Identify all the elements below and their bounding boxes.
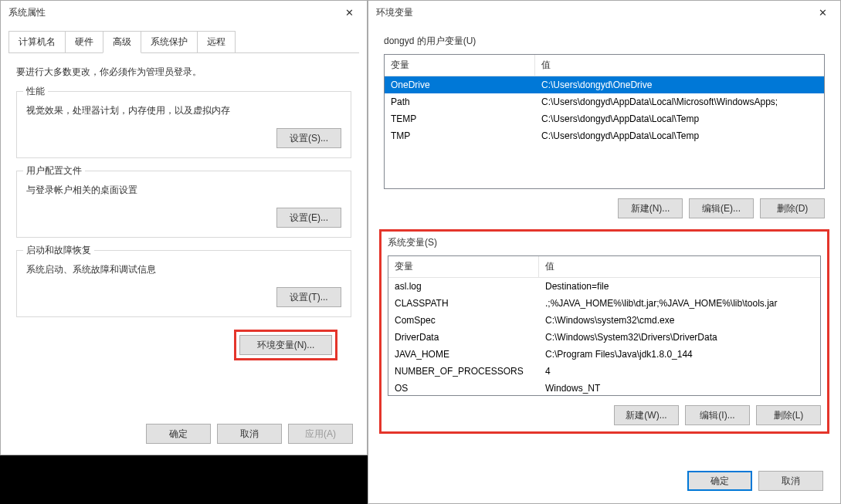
- user-delete-button[interactable]: 删除(D): [760, 198, 825, 218]
- tab-advanced[interactable]: 高级: [103, 31, 141, 53]
- cell-value: C:\Windows\system32\cmd.exe: [539, 314, 820, 326]
- dialog-title: 环境变量: [376, 6, 413, 19]
- user-variables-label: dongyd 的用户变量(U): [384, 35, 825, 48]
- sys-edit-button[interactable]: 编辑(I)...: [685, 405, 750, 425]
- sys-new-button[interactable]: 新建(W)...: [614, 405, 679, 425]
- cell-value: C:\Users\dongyd\AppData\Local\Temp: [535, 113, 824, 125]
- user-profiles-fieldset: 用户配置文件 与登录帐户相关的桌面设置 设置(E)...: [16, 171, 351, 238]
- list-item[interactable]: JAVA_HOMEC:\Program Files\Java\jdk1.8.0_…: [388, 346, 820, 363]
- cell-value: C:\Program Files\Java\jdk1.8.0_144: [539, 348, 820, 360]
- performance-settings-button[interactable]: 设置(S)...: [276, 128, 341, 148]
- startup-fieldset: 启动和故障恢复 系统启动、系统故障和调试信息 设置(T)...: [16, 250, 351, 317]
- cell-variable: DriverData: [388, 331, 539, 343]
- close-icon[interactable]: ✕: [805, 2, 840, 23]
- close-icon[interactable]: ✕: [332, 2, 367, 23]
- cell-variable: TMP: [385, 130, 535, 142]
- user-profiles-legend: 用户配置文件: [23, 164, 85, 178]
- dialog-buttons: 确定 取消 应用(A): [1, 416, 367, 452]
- list-header: 变量 值: [385, 55, 824, 76]
- performance-text: 视觉效果，处理器计划，内存使用，以及虚拟内存: [26, 104, 341, 117]
- cell-variable: OS: [388, 382, 539, 394]
- ok-button[interactable]: 确定: [146, 424, 211, 444]
- cell-value: Destination=file: [539, 280, 820, 293]
- tab-hardware[interactable]: 硬件: [65, 31, 103, 53]
- apply-button[interactable]: 应用(A): [288, 424, 353, 444]
- dialog-buttons: 确定 取消: [670, 462, 840, 500]
- tab-panel-advanced: 要进行大多数更改，你必须作为管理员登录。 性能 视觉效果，处理器计划，内存使用，…: [1, 53, 367, 373]
- cell-variable: NUMBER_OF_PROCESSORS: [388, 365, 539, 377]
- tab-remote[interactable]: 远程: [197, 31, 236, 53]
- performance-fieldset: 性能 视觉效果，处理器计划，内存使用，以及虚拟内存 设置(S)...: [16, 91, 351, 158]
- list-item[interactable]: PathC:\Users\dongyd\AppData\Local\Micros…: [385, 93, 824, 110]
- user-profiles-text: 与登录帐户相关的桌面设置: [26, 184, 341, 197]
- list-item[interactable]: DriverDataC:\Windows\System32\Drivers\Dr…: [388, 329, 820, 346]
- list-item[interactable]: OSWindows_NT: [388, 380, 820, 395]
- performance-legend: 性能: [23, 85, 48, 98]
- list-header: 变量 值: [388, 256, 820, 278]
- cell-variable: ComSpec: [388, 314, 539, 326]
- list-item[interactable]: TEMPC:\Users\dongyd\AppData\Local\Temp: [385, 110, 824, 127]
- col-variable[interactable]: 变量: [385, 55, 535, 76]
- startup-legend: 启动和故障恢复: [23, 244, 94, 257]
- system-properties-dialog: 系统属性 ✕ 计算机名 硬件 高级 系统保护 远程 要进行大多数更改，你必须作为…: [0, 0, 368, 455]
- list-item[interactable]: OneDriveC:\Users\dongyd\OneDrive: [385, 76, 824, 93]
- environment-variables-dialog: 环境变量 ✕ dongyd 的用户变量(U) 变量 值 OneDriveC:\U…: [368, 0, 841, 504]
- cell-variable: TEMP: [385, 113, 535, 125]
- user-variables-group: dongyd 的用户变量(U) 变量 值 OneDriveC:\Users\do…: [384, 35, 825, 218]
- cell-variable: OneDrive: [385, 79, 535, 91]
- user-variables-list[interactable]: 变量 值 OneDriveC:\Users\dongyd\OneDrivePat…: [384, 54, 825, 189]
- user-profiles-settings-button[interactable]: 设置(E)...: [276, 208, 341, 228]
- cancel-button[interactable]: 取消: [217, 424, 282, 444]
- ok-button[interactable]: 确定: [687, 471, 752, 491]
- tab-computer-name[interactable]: 计算机名: [8, 31, 66, 53]
- list-item[interactable]: CLASSPATH.;%JAVA_HOME%\lib\dt.jar;%JAVA_…: [388, 295, 820, 312]
- cell-value: C:\Users\dongyd\OneDrive: [535, 79, 824, 91]
- user-new-button[interactable]: 新建(N)...: [618, 198, 683, 218]
- cell-value: C:\Users\dongyd\AppData\Local\Microsoft\…: [535, 96, 824, 108]
- titlebar[interactable]: 环境变量 ✕: [368, 1, 840, 24]
- tab-system-protection[interactable]: 系统保护: [141, 31, 198, 53]
- cancel-button[interactable]: 取消: [758, 471, 823, 491]
- col-variable[interactable]: 变量: [388, 256, 539, 277]
- cell-value: C:\Windows\System32\Drivers\DriverData: [539, 331, 820, 343]
- startup-settings-button[interactable]: 设置(T)...: [276, 287, 341, 307]
- cell-value: 4: [539, 365, 820, 377]
- col-value[interactable]: 值: [535, 55, 824, 76]
- tabs: 计算机名 硬件 高级 系统保护 远程: [8, 30, 359, 53]
- list-item[interactable]: TMPC:\Users\dongyd\AppData\Local\Temp: [385, 127, 824, 144]
- highlight-env-button: 环境变量(N)...: [234, 330, 337, 360]
- list-item[interactable]: asl.logDestination=file: [388, 278, 820, 295]
- cell-value: Windows_NT: [539, 382, 820, 394]
- admin-notice: 要进行大多数更改，你必须作为管理员登录。: [16, 66, 351, 79]
- user-edit-button[interactable]: 编辑(E)...: [689, 198, 754, 218]
- cell-variable: JAVA_HOME: [388, 348, 539, 360]
- cell-value: .;%JAVA_HOME%\lib\dt.jar;%JAVA_HOME%\lib…: [539, 297, 820, 310]
- system-variables-list[interactable]: 变量 值 asl.logDestination=fileCLASSPATH.;%…: [388, 255, 821, 396]
- cell-value: C:\Users\dongyd\AppData\Local\Temp: [535, 130, 824, 142]
- cell-variable: asl.log: [388, 280, 539, 293]
- sys-delete-button[interactable]: 删除(L): [756, 405, 821, 425]
- cell-variable: Path: [385, 96, 535, 108]
- list-item[interactable]: ComSpecC:\Windows\system32\cmd.exe: [388, 312, 820, 329]
- system-variables-group: 系统变量(S) 变量 值 asl.logDestination=fileCLAS…: [379, 229, 829, 434]
- dialog-title: 系统属性: [8, 6, 46, 19]
- titlebar[interactable]: 系统属性 ✕: [1, 1, 367, 24]
- environment-variables-button[interactable]: 环境变量(N)...: [239, 335, 332, 355]
- system-variables-label: 系统变量(S): [388, 236, 821, 249]
- cell-variable: CLASSPATH: [388, 297, 539, 310]
- startup-text: 系统启动、系统故障和调试信息: [26, 263, 341, 276]
- col-value[interactable]: 值: [539, 256, 820, 277]
- list-item[interactable]: NUMBER_OF_PROCESSORS4: [388, 363, 820, 380]
